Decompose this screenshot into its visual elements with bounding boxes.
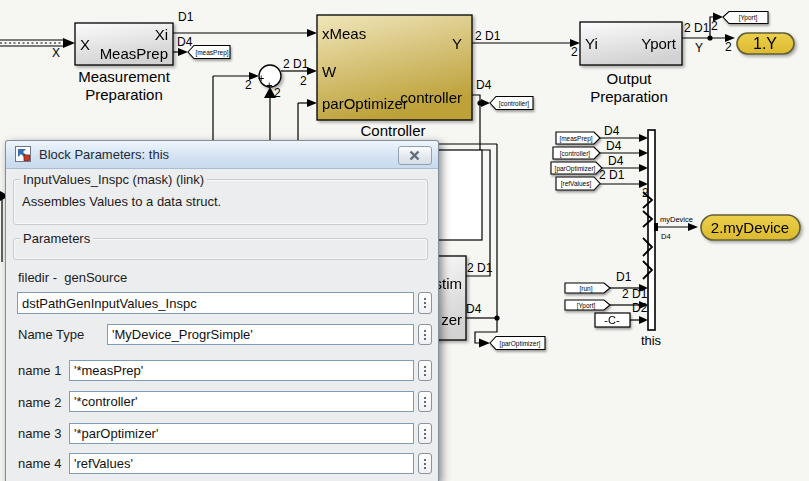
goto-controller-label: [controller] [499, 100, 530, 108]
goto-yport-label: [Yport] [739, 14, 758, 22]
block-name-output-preparation-2: Preparation [590, 88, 668, 105]
name3-input[interactable] [69, 423, 414, 444]
label-xi-d1: D1 [178, 10, 194, 24]
outport-mydevice-label: 2.myDevice [711, 219, 789, 236]
port-label-xmeas: xMeas [322, 25, 366, 42]
bus-creator-name: this [641, 333, 662, 348]
gensource-more-button[interactable] [418, 292, 432, 314]
parameters-groupbox-title: Parameters [20, 231, 93, 246]
outport-y-label: 1.Y [753, 35, 777, 52]
name4-label: name 4 [18, 456, 61, 471]
block-name-output-preparation-1: Output [606, 70, 652, 87]
estimator-text-bottom: zer [441, 311, 462, 328]
label-mux-in1-d4: D4 [604, 124, 620, 138]
from-measprep-label: [measPrep] [559, 135, 592, 143]
label-measprep-d4: D4 [177, 35, 193, 49]
label-mux-in4-width-2: 2 [642, 186, 649, 200]
bus-out-labels: myDevice D4 [660, 215, 693, 241]
port-label-y: Y [452, 35, 462, 52]
bus-creator-block[interactable] [648, 130, 658, 330]
label-yport-from-2d1: 2 D1 [622, 287, 648, 301]
label-input-x: X [52, 46, 60, 60]
label-estim-d4: D4 [466, 302, 482, 316]
port-label-controller: controller [400, 89, 462, 106]
name4-more-button[interactable] [418, 453, 432, 474]
filedir-label: filedir - genSource [18, 270, 127, 285]
from-paroptimizer-label: [parOptimizer] [555, 165, 596, 173]
from-tags [551, 132, 610, 310]
mask-description: Assembles Values to a data struct. [22, 194, 221, 209]
controller-block[interactable]: xMeas W parOptimizer Y controller [317, 15, 472, 120]
name2-label: name 2 [18, 395, 61, 410]
simulink-canvas: X Xi MeasPrep Measurement Preparation + … [0, 0, 809, 481]
output-preparation-block[interactable]: Yi Yport [580, 22, 682, 65]
goto-measprep-label: [measPrep] [195, 49, 228, 57]
constant-block[interactable]: -C- [595, 313, 630, 327]
port-label-measprep: MeasPrep [100, 45, 168, 62]
mask-groupbox-title: InputValues_Inspc (mask) (link) [20, 172, 207, 187]
label-sum-out-2d1: 2 D1 [283, 57, 309, 71]
port-label-paroptimizer: parOptimizer [322, 95, 408, 112]
measurement-preparation-block[interactable]: X Xi MeasPrep [75, 23, 173, 65]
label-outport1-width-2: 2 [725, 40, 732, 54]
block-parameters-dialog: Block Parameters: this InputValues_Inspc… [5, 140, 439, 481]
block-name-measurement-preparation-2: Preparation [85, 86, 163, 103]
goto-paroptimizer-label: [parOptimizer] [500, 340, 541, 348]
name1-input[interactable] [69, 360, 414, 381]
label-y-signal: Y [695, 41, 703, 55]
sum-plus-bottom: + [266, 79, 272, 91]
label-ctrl-y-2d1: 2 D1 [475, 29, 501, 43]
close-icon [409, 150, 420, 161]
port-label-w: W [322, 63, 337, 80]
sum-plus-left: + [258, 72, 264, 84]
label-sum-out-width-2: 2 [300, 74, 307, 88]
port-label-yport: Yport [641, 35, 677, 52]
name1-label: name 1 [18, 363, 61, 378]
name-type-label: Name Type [18, 327, 84, 342]
label-yport-2d1: 2 D1 [684, 21, 710, 35]
label-run-d1: D1 [616, 270, 632, 284]
label-mux-in4-2d1: 2 D1 [599, 168, 625, 182]
from-refvalues-label: [refValues] [561, 180, 592, 188]
block-name-measurement-preparation-1: Measurement [78, 68, 171, 85]
label-ctrl-d4: D4 [476, 78, 492, 92]
constant-label: -C- [604, 314, 620, 326]
label-mux-in2-d4: D4 [606, 139, 622, 153]
port-label-xi: Xi [155, 26, 168, 43]
port-label-x: X [80, 36, 90, 53]
label-const-d2: D2 [632, 301, 648, 315]
label-yi-width-2: 2 [571, 45, 578, 59]
name2-input[interactable] [69, 391, 414, 412]
label-mux-out-d4: D4 [661, 232, 671, 241]
name-type-more-button[interactable] [418, 324, 432, 345]
label-estim-2d1: 2 D1 [467, 261, 493, 275]
outport-y[interactable]: 1.Y [737, 33, 794, 54]
dialog-titlebar[interactable]: Block Parameters: this [6, 141, 438, 169]
port-label-yi: Yi [585, 35, 598, 52]
outport-mydevice[interactable]: 2.myDevice [701, 215, 800, 240]
dialog-title: Block Parameters: this [39, 147, 169, 162]
label-mux-out-name: myDevice [660, 215, 693, 224]
name-type-input[interactable] [107, 324, 414, 345]
from-run-label: [run] [579, 285, 592, 293]
label-mux-in3-d4: D4 [608, 154, 624, 168]
name4-input[interactable] [69, 453, 414, 474]
close-button[interactable] [398, 146, 432, 165]
label-sum-in-bottom-2: 2 [274, 86, 281, 100]
name3-more-button[interactable] [418, 423, 432, 444]
name2-more-button[interactable] [418, 391, 432, 412]
name1-more-button[interactable] [418, 360, 432, 381]
block-name-controller: Controller [360, 122, 425, 139]
label-yport-branch-2: 2 [711, 19, 718, 33]
hidden-subsystem-block[interactable] [432, 150, 482, 240]
label-sum-in-left-2: 2 [245, 78, 252, 92]
simulink-block-icon [15, 146, 31, 162]
name3-label: name 3 [18, 426, 61, 441]
from-yport-label: [Yport] [577, 302, 596, 310]
from-controller-label: [controller] [560, 150, 591, 158]
gensource-input[interactable] [17, 292, 414, 314]
